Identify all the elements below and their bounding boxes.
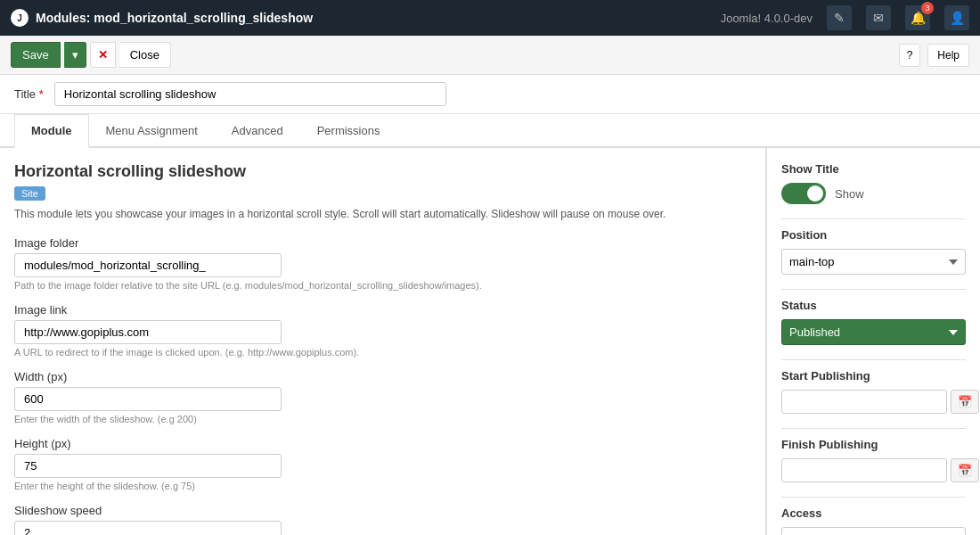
image-folder-input[interactable] — [14, 253, 282, 277]
image-folder-label: Image folder — [14, 236, 751, 250]
tab-advanced[interactable]: Advanced — [215, 114, 300, 148]
required-mark: * — [39, 87, 44, 101]
joomla-logo: J — [11, 9, 29, 27]
field-height: Height (px) Enter the height of the slid… — [14, 437, 751, 491]
finish-publishing-row: 📅 — [781, 458, 966, 482]
show-title-label: Show Title — [781, 162, 966, 176]
mail-icon[interactable]: ✉ — [866, 5, 891, 30]
width-hint: Enter the width of the slideshow. (e.g 2… — [14, 414, 751, 424]
divider-5 — [781, 497, 966, 498]
finish-publishing-section: Finish Publishing 📅 — [781, 438, 966, 482]
title-input[interactable] — [54, 82, 446, 106]
divider-1 — [781, 218, 966, 219]
field-width: Width (px) Enter the width of the slides… — [14, 370, 751, 424]
main-content: Horizontal scrolling slideshow Site This… — [0, 148, 980, 535]
toggle-thumb — [807, 185, 823, 202]
status-section: Status Published Unpublished Trashed — [781, 299, 966, 345]
start-publishing-label: Start Publishing — [781, 369, 966, 383]
divider-2 — [781, 289, 966, 290]
tab-menu-assignment[interactable]: Menu Assignment — [89, 114, 215, 148]
close-x-button[interactable]: ✕ — [90, 42, 116, 68]
finish-publishing-label: Finish Publishing — [781, 438, 966, 451]
divider-3 — [781, 359, 966, 360]
topbar: J Modules: mod_horizontal_scrolling_slid… — [0, 0, 980, 36]
start-publishing-section: Start Publishing 📅 — [781, 369, 966, 414]
width-input[interactable] — [14, 387, 282, 411]
save-button[interactable]: Save — [11, 42, 61, 68]
title-label: Title * — [14, 87, 44, 101]
show-title-toggle-label: Show — [835, 187, 864, 201]
status-label: Status — [781, 299, 966, 312]
divider-4 — [781, 428, 966, 429]
position-label: Position — [781, 228, 966, 242]
notifications-icon[interactable]: 🔔 3 — [905, 5, 930, 30]
slideshow-speed-input[interactable] — [14, 521, 282, 535]
image-link-hint: A URL to redirect to if the image is cli… — [14, 347, 751, 358]
access-select[interactable]: Public Registered Special Super Users — [781, 527, 966, 535]
save-dropdown-button[interactable]: ▾ — [64, 42, 86, 68]
start-publishing-row: 📅 — [781, 390, 966, 414]
start-publishing-calendar-btn[interactable]: 📅 — [951, 390, 979, 414]
field-image-folder: Image folder Path to the image folder re… — [14, 236, 751, 291]
title-row: Title * — [0, 75, 980, 114]
start-publishing-input[interactable] — [781, 390, 947, 414]
site-badge: Site — [14, 186, 45, 201]
position-select[interactable]: main-top main-bottom sidebar-left sideba… — [781, 249, 966, 275]
width-label: Width (px) — [14, 370, 751, 383]
slideshow-speed-label: Slideshow speed — [14, 504, 751, 517]
help-button[interactable]: Help — [927, 44, 969, 67]
image-folder-hint: Path to the image folder relative to the… — [14, 280, 751, 291]
toolbar-right: ? Help — [899, 44, 969, 67]
module-title: Horizontal scrolling slideshow — [14, 162, 751, 181]
tab-permissions[interactable]: Permissions — [300, 114, 397, 148]
height-hint: Enter the height of the slideshow. (e.g … — [14, 481, 751, 491]
toolbar: Save ▾ ✕ Close ? Help — [0, 36, 980, 75]
field-slideshow-speed: Slideshow speed Enter the slideshow spee… — [14, 504, 751, 535]
access-label: Access — [781, 506, 966, 520]
right-panel: Show Title Show Position main-top main-b… — [766, 148, 980, 535]
topbar-right: Joomla! 4.0.0-dev ✎ ✉ 🔔 3 👤 — [721, 5, 969, 30]
topbar-left: J Modules: mod_horizontal_scrolling_slid… — [11, 9, 313, 27]
show-title-toggle-row: Show — [781, 183, 966, 204]
access-section: Access Public Registered Special Super U… — [781, 506, 966, 535]
close-button[interactable]: Close — [119, 42, 171, 68]
finish-publishing-calendar-btn[interactable]: 📅 — [951, 458, 979, 482]
tab-module[interactable]: Module — [14, 114, 89, 148]
image-link-input[interactable] — [14, 320, 282, 344]
height-label: Height (px) — [14, 437, 751, 450]
image-link-label: Image link — [14, 303, 751, 317]
finish-publishing-input[interactable] — [781, 458, 947, 482]
status-select[interactable]: Published Unpublished Trashed — [781, 319, 966, 345]
field-image-link: Image link A URL to redirect to if the i… — [14, 303, 751, 358]
page-title: Modules: mod_horizontal_scrolling_slides… — [36, 11, 313, 25]
show-title-section: Show Title Show — [781, 162, 966, 204]
left-panel: Horizontal scrolling slideshow Site This… — [0, 148, 766, 535]
brand-label: Joomla! 4.0.0-dev — [721, 12, 813, 25]
module-description: This module lets you showcase your image… — [14, 206, 751, 222]
show-title-toggle[interactable] — [781, 183, 826, 204]
position-section: Position main-top main-bottom sidebar-le… — [781, 228, 966, 275]
help-question-button[interactable]: ? — [899, 44, 921, 67]
user-icon[interactable]: 👤 — [944, 5, 969, 30]
toolbar-left: Save ▾ ✕ Close — [11, 42, 171, 68]
edit-icon[interactable]: ✎ — [827, 5, 852, 30]
height-input[interactable] — [14, 454, 282, 478]
tabs: Module Menu Assignment Advanced Permissi… — [0, 114, 980, 148]
notification-badge: 3 — [921, 2, 934, 14]
